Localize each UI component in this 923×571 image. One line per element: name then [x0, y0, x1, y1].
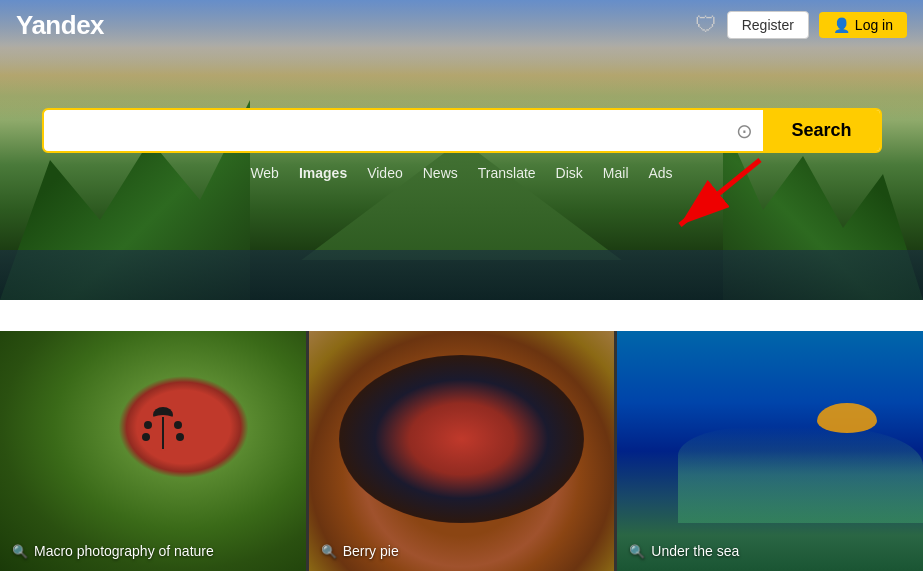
nav-images[interactable]: Images — [299, 165, 347, 181]
search-container: ⊙ Search Web Images Video News Translate… — [42, 108, 882, 181]
nav-translate[interactable]: Translate — [478, 165, 536, 181]
sea-caption-text: Under the sea — [651, 543, 739, 559]
sea-search-icon: 🔍 — [629, 544, 645, 559]
macro-caption-text: Macro photography of nature — [34, 543, 214, 559]
nav-news[interactable]: News — [423, 165, 458, 181]
header-right: 🛡 Register 👤 Log in — [695, 11, 907, 39]
nav-mail[interactable]: Mail — [603, 165, 629, 181]
search-bar: ⊙ Search — [42, 108, 882, 153]
header: Yandex 🛡 Register 👤 Log in — [0, 0, 923, 50]
nav-disk[interactable]: Disk — [556, 165, 583, 181]
search-button[interactable]: Search — [763, 110, 879, 151]
login-button[interactable]: 👤 Log in — [819, 12, 907, 38]
coral-decoration — [678, 427, 923, 523]
grid-item-pie[interactable]: 🔍 Berry pie — [309, 331, 615, 571]
nav-ads[interactable]: Ads — [649, 165, 673, 181]
grid-item-macro[interactable]: 🔍 Macro photography of nature — [0, 331, 306, 571]
nav-links: Web Images Video News Translate Disk Mai… — [250, 165, 672, 181]
fish-decoration — [817, 403, 877, 433]
user-icon: 👤 — [833, 17, 850, 33]
macro-caption: 🔍 Macro photography of nature — [12, 543, 214, 559]
macro-search-icon: 🔍 — [12, 544, 28, 559]
login-label: Log in — [855, 17, 893, 33]
pie-caption-text: Berry pie — [343, 543, 399, 559]
search-input[interactable] — [44, 110, 727, 151]
grid-item-sea[interactable]: 🔍 Under the sea — [617, 331, 923, 571]
shield-icon: 🛡 — [695, 12, 717, 38]
ladybug-decoration — [138, 415, 188, 455]
nav-video[interactable]: Video — [367, 165, 403, 181]
pie-caption: 🔍 Berry pie — [321, 543, 399, 559]
sea-caption: 🔍 Under the sea — [629, 543, 739, 559]
logo: Yandex — [16, 10, 104, 41]
camera-icon: ⊙ — [736, 119, 753, 143]
hero-water — [0, 250, 923, 300]
pie-berries — [339, 355, 584, 523]
camera-search-button[interactable]: ⊙ — [726, 110, 763, 151]
register-button[interactable]: Register — [727, 11, 809, 39]
image-grid: 🔍 Macro photography of nature 🔍 Berry pi… — [0, 331, 923, 571]
pie-search-icon: 🔍 — [321, 544, 337, 559]
nav-web[interactable]: Web — [250, 165, 279, 181]
